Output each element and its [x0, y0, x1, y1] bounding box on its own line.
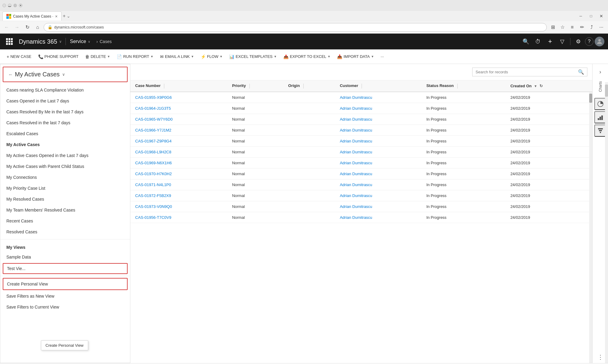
browser-maximize-btn[interactable]: □ [587, 12, 595, 20]
tab-close-btn[interactable]: × [55, 14, 58, 19]
maximize-btn[interactable]: □ [13, 4, 17, 7]
customer-cell[interactable]: Adrian Dumitrascu [335, 201, 421, 212]
customer-cell[interactable]: Adrian Dumitrascu [335, 157, 421, 168]
customer-cell[interactable]: Adrian Dumitrascu [335, 135, 421, 146]
customer-cell[interactable]: Adrian Dumitrascu [335, 179, 421, 190]
nav-forward-btn[interactable]: → [13, 23, 21, 32]
col-filter-icon[interactable]: ▼ [534, 84, 537, 88]
browser-close-btn[interactable]: ✕ [597, 12, 606, 20]
case-number-cell[interactable]: CAS-01967-Z9P8G4 [130, 135, 227, 146]
flow-btn[interactable]: ⚡ FLOW ▼ [198, 51, 225, 62]
case-number-cell[interactable]: CAS-01969-N6X1H6 [130, 157, 227, 168]
settings-more-btn[interactable]: ··· [597, 23, 606, 32]
view-item-my-active-parent[interactable]: My Active Cases with Parent Child Status [0, 161, 130, 172]
customer-cell[interactable]: Adrian Dumitrascu [335, 114, 421, 125]
import-data-btn[interactable]: 📥 IMPORT DATA ▼ [334, 51, 377, 62]
view-item-last7[interactable]: Cases Opened in the Last 7 days [0, 95, 130, 106]
header-history-btn[interactable]: ⏱ [533, 36, 543, 47]
customer-cell[interactable]: Adrian Dumitrascu [335, 190, 421, 201]
phone-support-btn[interactable]: 📞 PHONE SUPPORT [35, 51, 82, 62]
view-item-resolved-byme[interactable]: Cases Resolved By Me in the last 7 days [0, 106, 130, 117]
view-item-my-active[interactable]: My Active Cases [0, 139, 130, 150]
search-box[interactable]: 🔍 [472, 68, 587, 76]
case-number-cell[interactable]: CAS-01966-Y7J1M2 [130, 125, 227, 135]
share-btn[interactable]: ⤴ [587, 23, 596, 32]
case-number-cell[interactable]: CAS-01965-W7Y6D0 [130, 114, 227, 125]
case-number-cell[interactable]: CAS-01956-T7C0V9 [130, 212, 227, 223]
browser-tab-active[interactable]: Cases My Active Cases · × [2, 12, 62, 21]
case-number-cell[interactable]: CAS-01970-H7K0H2 [130, 168, 227, 179]
tab-dropdown-btn[interactable]: ⌄ [67, 14, 70, 18]
case-number-cell[interactable]: CAS-01964-J1G3T5 [130, 103, 227, 114]
chart-bar-btn[interactable] [594, 111, 606, 123]
case-number-cell[interactable]: CAS-01973-V0N9Q0 [130, 201, 227, 212]
view-item-test-highlighted[interactable]: Test Vie... [3, 263, 128, 274]
view-item-escalated[interactable]: Escalated Cases [0, 128, 130, 139]
excel-templates-btn[interactable]: 📊 EXCEL TEMPLATES ▼ [226, 51, 280, 62]
col-refresh-icon[interactable]: ↻ [540, 84, 543, 88]
search-submit-btn[interactable]: 🔍 [578, 69, 584, 75]
case-number-cell[interactable]: CAS-01972-F5B2X9 [130, 190, 227, 201]
nav-back-btn[interactable]: ← [2, 23, 11, 32]
grid-scrollbar-thumb[interactable] [589, 94, 592, 103]
header-add-btn[interactable]: + [545, 36, 556, 47]
favorites-btn[interactable]: ☆ [558, 23, 567, 32]
chart-funnel-btn[interactable] [594, 125, 606, 137]
right-panel-more-btn[interactable]: ⋮ [595, 351, 606, 363]
delete-btn[interactable]: 🗑 DELETE ▼ [82, 51, 113, 62]
panel-scrollbar-thumb[interactable] [605, 85, 608, 97]
hub-btn[interactable]: ≡ [568, 23, 576, 32]
email-link-btn[interactable]: ✉ EMAIL A LINK ▼ [157, 51, 197, 62]
origin-cell [283, 114, 335, 125]
customer-cell[interactable]: Adrian Dumitrascu [335, 212, 421, 223]
customer-cell[interactable]: Adrian Dumitrascu [335, 103, 421, 114]
view-item-sample[interactable]: Sample Data [0, 252, 130, 262]
export-excel-btn[interactable]: 📤 EXPORT TO EXCEL ▼ [280, 51, 333, 62]
header-filter-btn[interactable]: ▽ [557, 36, 568, 47]
save-filters-current-view-btn[interactable]: Save Filters to Current View [0, 302, 130, 312]
chart-pie-btn[interactable] [594, 98, 606, 110]
nav-refresh-btn[interactable]: ↻ [23, 23, 32, 32]
view-selector-header[interactable]: ↔ My Active Cases ∨ [3, 67, 128, 82]
save-filters-new-view-btn[interactable]: Save Filters as New View [0, 291, 130, 302]
customer-cell[interactable]: Adrian Dumitrascu [335, 168, 421, 179]
view-item-my-connections[interactable]: My Connections [0, 172, 130, 183]
notes-btn[interactable]: ✏ [578, 23, 586, 32]
browser-minimize-btn[interactable]: ─ [576, 12, 585, 20]
case-number-cell[interactable]: CAS-01955-X9P0G6 [130, 92, 227, 103]
header-settings-btn[interactable]: ⚙ [573, 36, 584, 47]
search-input[interactable] [476, 70, 578, 74]
nav-home-btn[interactable]: ⌂ [33, 23, 42, 32]
case-number-cell[interactable]: CAS-01971-N4L1P0 [130, 179, 227, 190]
browser-nav: ← → ↻ ⌂ 🔒 dynamics.microsoft.com/cases ⊞… [0, 21, 608, 33]
view-item-resolved[interactable]: Resolved Cases [0, 226, 130, 237]
reading-view-btn[interactable]: ⊞ [549, 23, 557, 32]
customer-cell[interactable]: Adrian Dumitrascu [335, 92, 421, 103]
view-item-my-priority[interactable]: My Priority Case List [0, 183, 130, 194]
new-tab-btn[interactable]: + [63, 13, 65, 19]
collapse-panel-btn[interactable]: › [597, 66, 604, 78]
status-reason-cell: In Progress [422, 168, 506, 179]
avatar[interactable] [595, 37, 604, 46]
view-item-resolved-last7[interactable]: Cases Resolved in the last 7 days [0, 117, 130, 128]
view-item-sla[interactable]: Cases nearing SLA Compliance Violation [0, 85, 130, 95]
minimize-btn[interactable]: ─ [8, 4, 12, 7]
case-number-cell[interactable]: CAS-01968-L9H2C8 [130, 146, 227, 157]
customer-cell[interactable]: Adrian Dumitrascu [335, 146, 421, 157]
header-help-btn[interactable]: ? [585, 37, 593, 46]
view-item-team-resolved[interactable]: My Team Members' Resolved Cases [0, 205, 130, 215]
address-bar[interactable]: 🔒 dynamics.microsoft.com/cases [44, 23, 547, 32]
module-name[interactable]: Service ∨ [67, 39, 93, 44]
view-item-my-resolved[interactable]: My Resolved Cases [0, 194, 130, 205]
customer-cell[interactable]: Adrian Dumitrascu [335, 125, 421, 135]
new-case-btn[interactable]: + NEW CASE [4, 51, 35, 62]
create-personal-view-btn[interactable]: Create Personal View [3, 278, 128, 290]
view-item-recent[interactable]: Recent Cases [0, 215, 130, 226]
header-search-btn[interactable]: 🔍 [520, 36, 531, 47]
more-options-btn[interactable]: ··· [378, 51, 387, 62]
close-window-btn[interactable]: × [19, 4, 22, 7]
view-item-my-active-last7[interactable]: My Active Cases Opened in the Last 7 day… [0, 150, 130, 161]
run-report-btn[interactable]: 📄 RUN REPORT ▼ [114, 51, 156, 62]
waffle-menu-btn[interactable] [4, 36, 15, 47]
app-name[interactable]: Dynamics 365 ∨ [15, 38, 64, 45]
